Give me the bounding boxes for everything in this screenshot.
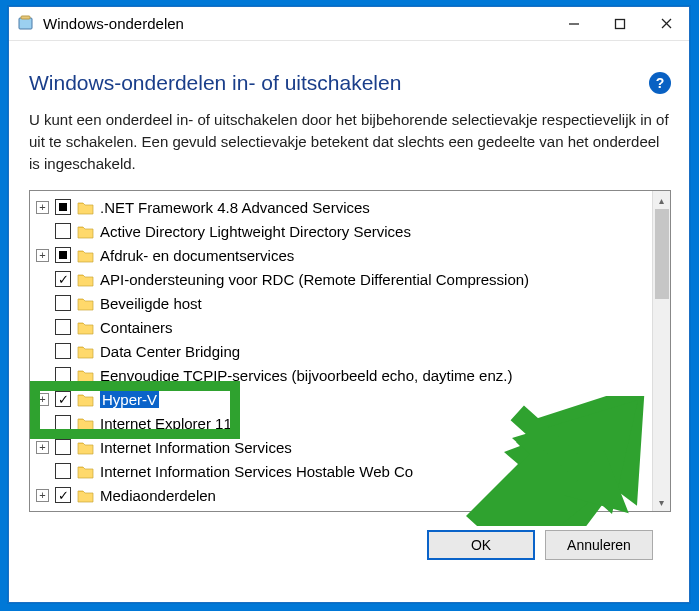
feature-row[interactable]: +.NET Framework 4.8 Advanced Services <box>30 195 652 219</box>
folder-icon <box>77 248 94 263</box>
scroll-down-button[interactable]: ▾ <box>653 493 670 511</box>
feature-label[interactable]: API-ondersteuning voor RDC (Remote Diffe… <box>100 271 529 288</box>
expand-toggle <box>36 369 49 382</box>
minimize-button[interactable] <box>551 8 597 40</box>
feature-checkbox[interactable] <box>55 223 71 239</box>
feature-row[interactable]: +Afdruk- en documentservices <box>30 243 652 267</box>
feature-row[interactable]: Data Center Bridging <box>30 339 652 363</box>
maximize-button[interactable] <box>597 8 643 40</box>
window-title: Windows-onderdelen <box>43 15 551 32</box>
folder-icon <box>77 416 94 431</box>
dialog-content: Windows-onderdelen in- of uitschakelen ?… <box>9 41 689 560</box>
feature-label[interactable]: Active Directory Lightweight Directory S… <box>100 223 411 240</box>
page-heading: Windows-onderdelen in- of uitschakelen <box>29 71 401 95</box>
feature-checkbox[interactable] <box>55 367 71 383</box>
expand-toggle <box>36 297 49 310</box>
feature-checkbox[interactable] <box>55 319 71 335</box>
folder-icon <box>77 224 94 239</box>
feature-label[interactable]: Afdruk- en documentservices <box>100 247 294 264</box>
svg-rect-3 <box>616 19 625 28</box>
feature-row[interactable]: +Internet Information Services <box>30 435 652 459</box>
feature-checkbox[interactable] <box>55 487 71 503</box>
expand-toggle[interactable]: + <box>36 489 49 502</box>
folder-icon <box>77 392 94 407</box>
scrollbar[interactable]: ▴ ▾ <box>652 191 670 511</box>
feature-label[interactable]: Internet Explorer 11 <box>100 415 232 432</box>
expand-toggle[interactable]: + <box>36 249 49 262</box>
expand-toggle <box>36 225 49 238</box>
app-icon <box>17 15 35 33</box>
feature-label[interactable]: Containers <box>100 319 173 336</box>
feature-row[interactable]: Beveiligde host <box>30 291 652 315</box>
feature-label[interactable]: Data Center Bridging <box>100 343 240 360</box>
svg-rect-1 <box>21 16 30 19</box>
folder-icon <box>77 488 94 503</box>
expand-toggle <box>36 345 49 358</box>
close-button[interactable] <box>643 8 689 40</box>
svg-rect-0 <box>19 18 32 29</box>
feature-label[interactable]: .NET Framework 4.8 Advanced Services <box>100 199 370 216</box>
feature-row[interactable]: Internet Explorer 11 <box>30 411 652 435</box>
feature-checkbox[interactable] <box>55 463 71 479</box>
feature-label[interactable]: Mediaonderdelen <box>100 487 216 504</box>
feature-row[interactable]: Internet Information Services Hostable W… <box>30 459 652 483</box>
expand-toggle[interactable]: + <box>36 201 49 214</box>
folder-icon <box>77 464 94 479</box>
scroll-thumb[interactable] <box>655 209 669 299</box>
feature-row[interactable]: +Mediaonderdelen <box>30 483 652 507</box>
folder-icon <box>77 200 94 215</box>
feature-label[interactable]: Internet Information Services <box>100 439 292 456</box>
feature-checkbox[interactable] <box>55 439 71 455</box>
feature-checkbox[interactable] <box>55 199 71 215</box>
feature-checkbox[interactable] <box>55 415 71 431</box>
folder-icon <box>77 272 94 287</box>
feature-checkbox[interactable] <box>55 295 71 311</box>
feature-row[interactable]: API-ondersteuning voor RDC (Remote Diffe… <box>30 267 652 291</box>
feature-row[interactable]: Eenvoudige TCPIP-services (bijvoorbeeld … <box>30 363 652 387</box>
feature-checkbox[interactable] <box>55 343 71 359</box>
scroll-up-button[interactable]: ▴ <box>653 191 670 209</box>
titlebar[interactable]: Windows-onderdelen <box>9 7 689 41</box>
cancel-button[interactable]: Annuleren <box>545 530 653 560</box>
folder-icon <box>77 344 94 359</box>
feature-label[interactable]: Hyper-V <box>100 391 159 408</box>
ok-button[interactable]: OK <box>427 530 535 560</box>
help-icon[interactable]: ? <box>649 72 671 94</box>
folder-icon <box>77 440 94 455</box>
feature-checkbox[interactable] <box>55 247 71 263</box>
dialog-window: Windows-onderdelen Windows-onderdelen in… <box>8 6 690 603</box>
folder-icon <box>77 296 94 311</box>
feature-label[interactable]: Eenvoudige TCPIP-services (bijvoorbeeld … <box>100 367 512 384</box>
feature-label[interactable]: Internet Information Services Hostable W… <box>100 463 413 480</box>
features-tree: +.NET Framework 4.8 Advanced ServicesAct… <box>29 190 671 512</box>
folder-icon <box>77 368 94 383</box>
feature-label[interactable]: Beveiligde host <box>100 295 202 312</box>
feature-checkbox[interactable] <box>55 271 71 287</box>
expand-toggle <box>36 273 49 286</box>
feature-row[interactable]: Containers <box>30 315 652 339</box>
expand-toggle <box>36 321 49 334</box>
expand-toggle <box>36 417 49 430</box>
feature-row[interactable]: +Hyper-V <box>30 387 652 411</box>
folder-icon <box>77 320 94 335</box>
feature-row[interactable]: Active Directory Lightweight Directory S… <box>30 219 652 243</box>
expand-toggle[interactable]: + <box>36 441 49 454</box>
page-description: U kunt een onderdeel in- of uitschakelen… <box>29 109 671 174</box>
expand-toggle <box>36 465 49 478</box>
expand-toggle[interactable]: + <box>36 393 49 406</box>
feature-checkbox[interactable] <box>55 391 71 407</box>
